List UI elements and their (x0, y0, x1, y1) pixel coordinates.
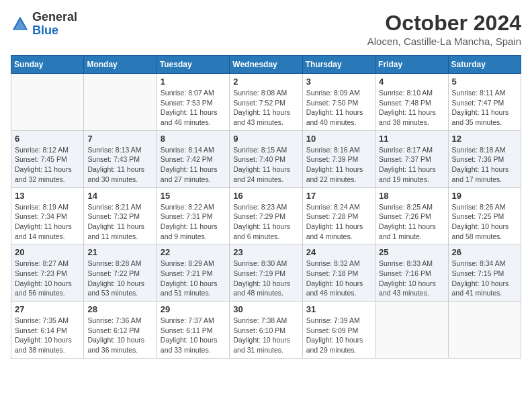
day-info: Sunrise: 8:12 AM Sunset: 7:45 PM Dayligh… (15, 145, 80, 185)
day-info: Sunrise: 8:13 AM Sunset: 7:43 PM Dayligh… (87, 145, 152, 185)
header-friday: Friday (375, 56, 448, 74)
day-info: Sunrise: 8:28 AM Sunset: 7:22 PM Dayligh… (87, 259, 152, 298)
calendar-day-27: 27Sunrise: 7:35 AM Sunset: 6:14 PM Dayli… (11, 302, 84, 359)
day-info: Sunrise: 7:37 AM Sunset: 6:11 PM Dayligh… (161, 316, 226, 355)
calendar-week-2: 6Sunrise: 8:12 AM Sunset: 7:45 PM Daylig… (11, 130, 521, 187)
calendar-day-7: 7Sunrise: 8:13 AM Sunset: 7:43 PM Daylig… (84, 130, 157, 187)
calendar-empty (11, 74, 84, 131)
day-number: 1 (161, 77, 226, 87)
calendar-week-4: 20Sunrise: 8:27 AM Sunset: 7:23 PM Dayli… (11, 244, 521, 302)
calendar-week-1: 1Sunrise: 8:07 AM Sunset: 7:53 PM Daylig… (11, 74, 521, 131)
day-info: Sunrise: 8:10 AM Sunset: 7:48 PM Dayligh… (379, 88, 444, 128)
calendar-day-8: 8Sunrise: 8:14 AM Sunset: 7:42 PM Daylig… (157, 130, 229, 187)
day-info: Sunrise: 8:14 AM Sunset: 7:42 PM Dayligh… (161, 145, 226, 185)
day-number: 18 (379, 191, 444, 201)
day-info: Sunrise: 8:15 AM Sunset: 7:40 PM Dayligh… (233, 145, 298, 185)
day-number: 16 (233, 191, 298, 201)
calendar-day-20: 20Sunrise: 8:27 AM Sunset: 7:23 PM Dayli… (11, 244, 84, 302)
calendar-day-15: 15Sunrise: 8:22 AM Sunset: 7:31 PM Dayli… (157, 187, 229, 244)
calendar-day-4: 4Sunrise: 8:10 AM Sunset: 7:48 PM Daylig… (375, 74, 448, 131)
day-number: 19 (452, 191, 517, 201)
day-number: 31 (306, 304, 371, 314)
day-info: Sunrise: 7:39 AM Sunset: 6:09 PM Dayligh… (306, 316, 371, 355)
calendar-day-5: 5Sunrise: 8:11 AM Sunset: 7:47 PM Daylig… (448, 74, 521, 131)
day-info: Sunrise: 8:07 AM Sunset: 7:53 PM Dayligh… (161, 88, 226, 128)
day-number: 29 (161, 304, 226, 314)
calendar-header-row: SundayMondayTuesdayWednesdayThursdayFrid… (11, 56, 521, 74)
calendar-empty (448, 302, 521, 359)
day-info: Sunrise: 8:30 AM Sunset: 7:19 PM Dayligh… (233, 259, 298, 298)
calendar-day-2: 2Sunrise: 8:08 AM Sunset: 7:52 PM Daylig… (230, 74, 302, 131)
day-number: 21 (87, 247, 152, 257)
calendar-day-16: 16Sunrise: 8:23 AM Sunset: 7:29 PM Dayli… (230, 187, 302, 244)
day-number: 3 (306, 77, 371, 87)
calendar-day-26: 26Sunrise: 8:34 AM Sunset: 7:15 PM Dayli… (448, 244, 521, 302)
logo-blue: Blue (32, 24, 58, 37)
header-saturday: Saturday (448, 56, 521, 74)
day-info: Sunrise: 8:08 AM Sunset: 7:52 PM Dayligh… (233, 88, 298, 128)
day-number: 6 (15, 134, 80, 144)
calendar-day-10: 10Sunrise: 8:16 AM Sunset: 7:39 PM Dayli… (302, 130, 375, 187)
calendar-day-3: 3Sunrise: 8:09 AM Sunset: 7:50 PM Daylig… (302, 74, 375, 131)
day-number: 11 (379, 134, 444, 144)
calendar-day-31: 31Sunrise: 7:39 AM Sunset: 6:09 PM Dayli… (302, 302, 375, 359)
day-info: Sunrise: 8:33 AM Sunset: 7:16 PM Dayligh… (379, 259, 444, 298)
day-info: Sunrise: 8:16 AM Sunset: 7:39 PM Dayligh… (306, 145, 371, 185)
day-number: 30 (233, 304, 298, 314)
day-number: 4 (379, 77, 444, 87)
logo-general: General (32, 10, 77, 24)
header-monday: Monday (84, 56, 157, 74)
calendar-day-24: 24Sunrise: 8:32 AM Sunset: 7:18 PM Dayli… (302, 244, 375, 302)
day-number: 20 (15, 247, 80, 257)
day-info: Sunrise: 7:36 AM Sunset: 6:12 PM Dayligh… (87, 316, 152, 355)
day-number: 2 (233, 77, 298, 87)
day-number: 5 (452, 77, 517, 87)
calendar-empty (375, 302, 448, 359)
header-thursday: Thursday (302, 56, 375, 74)
month-title: October 2024 (367, 11, 521, 36)
day-info: Sunrise: 8:23 AM Sunset: 7:29 PM Dayligh… (233, 202, 298, 242)
calendar-day-17: 17Sunrise: 8:24 AM Sunset: 7:28 PM Dayli… (302, 187, 375, 244)
day-info: Sunrise: 8:17 AM Sunset: 7:37 PM Dayligh… (379, 145, 444, 185)
calendar-day-9: 9Sunrise: 8:15 AM Sunset: 7:40 PM Daylig… (230, 130, 302, 187)
header-tuesday: Tuesday (157, 56, 229, 74)
calendar-day-28: 28Sunrise: 7:36 AM Sunset: 6:12 PM Dayli… (84, 302, 157, 359)
calendar-day-12: 12Sunrise: 8:18 AM Sunset: 7:36 PM Dayli… (448, 130, 521, 187)
day-number: 24 (306, 247, 371, 257)
calendar-day-29: 29Sunrise: 7:37 AM Sunset: 6:11 PM Dayli… (157, 302, 229, 359)
location: Alocen, Castille-La Mancha, Spain (367, 36, 521, 47)
day-info: Sunrise: 8:34 AM Sunset: 7:15 PM Dayligh… (452, 259, 517, 298)
title-block: October 2024 Alocen, Castille-La Mancha,… (367, 11, 521, 47)
day-number: 13 (15, 191, 80, 201)
day-number: 15 (161, 191, 226, 201)
day-info: Sunrise: 8:25 AM Sunset: 7:26 PM Dayligh… (379, 202, 444, 242)
day-info: Sunrise: 8:26 AM Sunset: 7:25 PM Dayligh… (452, 202, 517, 242)
day-number: 23 (233, 247, 298, 257)
day-info: Sunrise: 8:22 AM Sunset: 7:31 PM Dayligh… (161, 202, 226, 242)
day-number: 14 (87, 191, 152, 201)
day-info: Sunrise: 8:24 AM Sunset: 7:28 PM Dayligh… (306, 202, 371, 242)
day-info: Sunrise: 8:27 AM Sunset: 7:23 PM Dayligh… (15, 259, 80, 298)
day-number: 8 (161, 134, 226, 144)
page-header: General Blue October 2024 Alocen, Castil… (11, 11, 521, 47)
calendar-day-22: 22Sunrise: 8:29 AM Sunset: 7:21 PM Dayli… (157, 244, 229, 302)
day-number: 28 (87, 304, 152, 314)
calendar-week-5: 27Sunrise: 7:35 AM Sunset: 6:14 PM Dayli… (11, 302, 521, 359)
day-number: 7 (87, 134, 152, 144)
calendar-day-11: 11Sunrise: 8:17 AM Sunset: 7:37 PM Dayli… (375, 130, 448, 187)
calendar-day-30: 30Sunrise: 7:38 AM Sunset: 6:10 PM Dayli… (230, 302, 302, 359)
day-info: Sunrise: 8:18 AM Sunset: 7:36 PM Dayligh… (452, 145, 517, 185)
logo-text: General Blue (32, 11, 77, 38)
logo-icon (11, 15, 30, 34)
calendar-empty (84, 74, 157, 131)
header-sunday: Sunday (11, 56, 84, 74)
day-info: Sunrise: 8:29 AM Sunset: 7:21 PM Dayligh… (161, 259, 226, 298)
day-info: Sunrise: 7:38 AM Sunset: 6:10 PM Dayligh… (233, 316, 298, 355)
day-number: 22 (161, 247, 226, 257)
calendar-day-13: 13Sunrise: 8:19 AM Sunset: 7:34 PM Dayli… (11, 187, 84, 244)
day-number: 26 (452, 247, 517, 257)
day-info: Sunrise: 7:35 AM Sunset: 6:14 PM Dayligh… (15, 316, 80, 355)
calendar-day-25: 25Sunrise: 8:33 AM Sunset: 7:16 PM Dayli… (375, 244, 448, 302)
day-number: 17 (306, 191, 371, 201)
calendar-day-6: 6Sunrise: 8:12 AM Sunset: 7:45 PM Daylig… (11, 130, 84, 187)
